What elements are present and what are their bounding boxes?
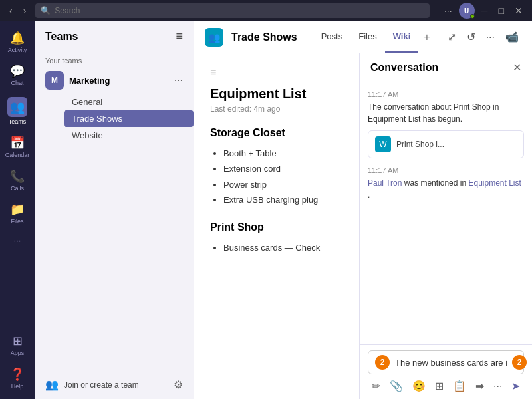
- conv-time-2: 11:17 AM: [368, 166, 524, 174]
- wiki-area: ≡ Equipment List Last edited: 4m ago Sto…: [194, 53, 532, 399]
- conv-text-2: Paul Tron was mentioned in Equipment Lis…: [368, 177, 524, 201]
- equipment-list-link[interactable]: Equipment List: [468, 178, 521, 188]
- tab-add-button[interactable]: +: [418, 22, 435, 53]
- list-item: Business cards — Check: [223, 240, 343, 255]
- list-item: Extra USB charging plug: [223, 192, 343, 207]
- compose-input[interactable]: [395, 358, 507, 368]
- chat-icon: 💬: [10, 64, 25, 78]
- wiki-section-print: Print Shop Business cards — Check: [210, 221, 343, 255]
- teams-icon: 👥: [10, 100, 25, 114]
- mention-link[interactable]: Paul Tron: [368, 178, 402, 188]
- more-dots-button[interactable]: ···: [440, 3, 456, 19]
- wiki-meta: Last edited: 4m ago: [210, 104, 343, 114]
- channel-more-icon[interactable]: ···: [483, 29, 497, 46]
- attach-button[interactable]: 📎: [387, 378, 406, 394]
- team-name: Marketing: [69, 76, 169, 86]
- format-button[interactable]: ✏: [369, 378, 383, 394]
- join-team-button[interactable]: Join or create a team: [64, 380, 168, 390]
- activity-icon: 🔔: [10, 31, 25, 45]
- channel-item-website[interactable]: Website: [64, 127, 194, 144]
- list-item: Power strip: [223, 177, 343, 192]
- wiki-section-heading-storage: Storage Closet: [210, 127, 343, 139]
- search-bar[interactable]: 🔍: [35, 3, 430, 18]
- compose-badge-left: 2: [375, 355, 390, 370]
- sidebar-item-teams[interactable]: 👥 Teams: [3, 93, 32, 129]
- files-icon: 📁: [10, 202, 25, 217]
- conv-time-1: 11:17 AM: [368, 90, 524, 98]
- emoji-button[interactable]: 😊: [410, 378, 428, 394]
- calls-icon: 📞: [10, 169, 25, 184]
- maximize-button[interactable]: □: [495, 3, 508, 19]
- more-icon: ···: [14, 235, 21, 245]
- help-icon: ❓: [10, 367, 25, 382]
- conversation-panel: Conversation ✕ 11:17 AM The conversation…: [359, 53, 532, 399]
- expand-icon[interactable]: ⤢: [445, 28, 459, 46]
- conv-card-print-shop[interactable]: W Print Shop i...: [368, 130, 524, 158]
- join-team-icon: 👥: [45, 378, 59, 391]
- sidebar-item-help[interactable]: ❓ Help: [3, 363, 32, 394]
- schedule-button[interactable]: ➡: [473, 378, 487, 394]
- giphy-button[interactable]: ⊞: [432, 378, 446, 394]
- tab-posts[interactable]: Posts: [313, 22, 351, 53]
- back-button[interactable]: ‹: [5, 4, 17, 17]
- team-more-icon[interactable]: ···: [174, 74, 183, 86]
- conv-card-icon: W: [375, 136, 391, 152]
- reload-icon[interactable]: ↺: [464, 28, 478, 46]
- close-button[interactable]: ✕: [511, 3, 527, 19]
- channel-item-general[interactable]: General: [64, 94, 194, 110]
- conv-card-title: Print Shop i...: [396, 140, 444, 149]
- conv-message-2: 11:17 AM Paul Tron was mentioned in Equi…: [368, 166, 524, 201]
- sidebar-bottom: 👥 Join or create a team ⚙: [35, 370, 194, 399]
- tab-wiki[interactable]: Wiki: [385, 22, 419, 53]
- minimize-button[interactable]: ─: [477, 3, 492, 19]
- compose-badge-right: 2: [512, 355, 527, 370]
- sidebar-item-calendar[interactable]: 📅 Calendar: [3, 132, 32, 162]
- channel-actions: ⤢ ↺ ··· 📹: [445, 28, 521, 46]
- settings-icon[interactable]: ⚙: [174, 378, 183, 391]
- conv-messages: 11:17 AM The conversation about Print Sh…: [360, 82, 532, 344]
- more-options-button[interactable]: ···: [491, 379, 505, 394]
- team-marketing[interactable]: M Marketing ···: [35, 67, 194, 94]
- sidebar-header: Teams ≡: [35, 21, 194, 51]
- wiki-list-print: Business cards — Check: [223, 240, 343, 255]
- conv-title: Conversation: [370, 62, 438, 74]
- sticker-button[interactable]: 📋: [450, 378, 469, 394]
- channel-item-trade-shows[interactable]: Trade Shows: [64, 110, 194, 127]
- sidebar-item-calls[interactable]: 📞 Calls: [3, 165, 32, 196]
- list-item: Extension cord: [223, 161, 343, 176]
- conv-header: Conversation ✕: [360, 53, 532, 82]
- sidebar-item-files[interactable]: 📁 Files: [3, 198, 32, 229]
- channel-icon: 👥: [205, 28, 223, 47]
- wiki-menu-icon[interactable]: ≡: [210, 66, 343, 78]
- avatar[interactable]: U: [459, 3, 475, 19]
- conv-close-button[interactable]: ✕: [513, 61, 521, 74]
- conv-text-period: .: [368, 190, 370, 200]
- search-input[interactable]: [55, 6, 424, 15]
- sidebar-item-chat[interactable]: 💬 Chat: [3, 60, 32, 90]
- sidebar-item-activity[interactable]: 🔔 Activity: [3, 27, 32, 57]
- channel-header: 👥 Trade Shows Posts Files Wiki + ⤢ ↺ ···…: [194, 21, 532, 53]
- sidebar-title: Teams: [45, 31, 78, 43]
- search-icon: 🔍: [41, 6, 51, 15]
- apps-icon: ⊞: [13, 334, 23, 348]
- wiki-content: ≡ Equipment List Last edited: 4m ago Sto…: [194, 53, 359, 399]
- your-teams-label: Your teams: [35, 51, 194, 67]
- conv-message-1: 11:17 AM The conversation about Print Sh…: [368, 90, 524, 158]
- sidebar: Teams ≡ Your teams M Marketing ··· Gener…: [35, 21, 194, 399]
- nav-buttons: ‹ ›: [5, 4, 30, 17]
- wiki-section-heading-print: Print Shop: [210, 221, 343, 233]
- send-button[interactable]: ➤: [509, 378, 523, 394]
- wiki-list-storage: Booth + Table Extension cord Power strip…: [223, 146, 343, 208]
- channel-list: General Trade Shows Website: [35, 94, 194, 144]
- sidebar-item-apps[interactable]: ⊞ Apps: [3, 330, 32, 360]
- compose-area: 2 2 ✏ 📎 😊 ⊞ 📋 ➡ ··· ➤: [360, 344, 532, 399]
- tab-files[interactable]: Files: [350, 22, 384, 53]
- filter-icon[interactable]: ≡: [176, 29, 183, 43]
- wiki-title: Equipment List: [210, 86, 343, 102]
- main-layout: 🔔 Activity 💬 Chat 👥 Teams 📅 Calendar 📞 C…: [0, 21, 532, 399]
- forward-button[interactable]: ›: [19, 4, 31, 17]
- meeting-icon[interactable]: 📹: [503, 28, 521, 46]
- sidebar-item-more[interactable]: ···: [3, 231, 32, 249]
- list-item: Booth + Table: [223, 146, 343, 161]
- compose-toolbar: ✏ 📎 😊 ⊞ 📋 ➡ ··· ➤: [368, 378, 524, 394]
